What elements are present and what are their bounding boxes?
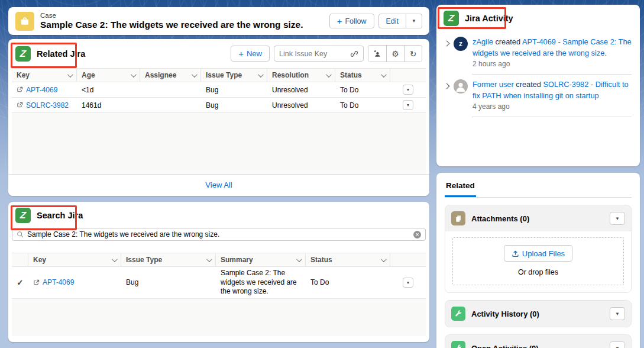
link-issue-key-input[interactable] xyxy=(279,50,350,58)
jira-activity-title: Jira Activity xyxy=(465,14,513,23)
attachments-title: Attachments (0) xyxy=(471,214,529,223)
drop-files-text: Or drop files xyxy=(453,268,623,276)
selected-check-icon[interactable]: ✓ xyxy=(17,278,24,287)
related-panel: Related Attachments (0) ▼ Upload Files O… xyxy=(436,173,640,348)
table-row[interactable]: ✓ APT-4069 Bug Sample Case 2: The widget… xyxy=(12,267,426,299)
chevron-down-icon: ▼ xyxy=(615,346,620,348)
gear-button[interactable]: ⚙ xyxy=(386,46,404,62)
chevron-down-icon xyxy=(67,72,73,78)
tab-bar: Related xyxy=(445,180,632,198)
activity-history-title: Activity History (0) xyxy=(471,310,539,318)
search-jira-title: Search Jira xyxy=(37,211,83,220)
chevron-down-icon: ▼ xyxy=(406,103,410,107)
chevron-down-icon: ▼ xyxy=(412,18,416,24)
cell-issue-type: Bug xyxy=(121,267,216,298)
upload-files-button[interactable]: Upload Files xyxy=(504,245,572,262)
search-input[interactable] xyxy=(27,230,413,239)
column-header-summary[interactable]: Summary xyxy=(216,253,306,266)
row-actions-button[interactable]: ▼ xyxy=(403,278,413,288)
column-header-key[interactable]: Key xyxy=(28,253,121,266)
related-jira-panel: Z Related Jira + New ⚙ ↻ Key Age As xyxy=(8,39,429,196)
column-header-age[interactable]: Age xyxy=(77,69,140,82)
open-activities-icon xyxy=(451,341,465,348)
chevron-down-icon xyxy=(131,72,137,78)
row-actions-button[interactable]: ▼ xyxy=(403,100,413,110)
column-header-key[interactable]: Key xyxy=(12,69,77,82)
link-issue-key-field xyxy=(274,46,364,62)
divider xyxy=(472,74,632,75)
card-menu-button[interactable]: ▼ xyxy=(610,341,625,348)
edit-button[interactable]: Edit xyxy=(378,14,407,28)
person-icon xyxy=(454,79,468,94)
external-link-icon xyxy=(33,279,40,286)
file-dropzone[interactable]: Upload Files Or drop files xyxy=(452,237,624,285)
search-field: ✕ xyxy=(12,228,426,241)
column-header-status[interactable]: Status xyxy=(306,253,390,266)
search-results-table: Key Issue Type Summary Status ✓ APT-4069… xyxy=(12,253,426,299)
open-activities-title: Open Activities (0) xyxy=(471,344,539,348)
external-link-icon xyxy=(17,102,23,108)
row-actions-button[interactable]: ▼ xyxy=(403,85,413,95)
issue-key-link[interactable]: APT-4069 xyxy=(43,278,74,286)
chevron-down-icon xyxy=(296,256,302,262)
chevron-down-icon: ▼ xyxy=(615,311,620,317)
edit-dropdown-button[interactable]: ▼ xyxy=(406,14,422,28)
attachments-icon xyxy=(451,211,465,225)
gear-icon: ⚙ xyxy=(391,49,399,59)
activity-action: created xyxy=(516,80,541,89)
close-icon: ✕ xyxy=(415,232,419,237)
clear-search-button[interactable]: ✕ xyxy=(413,231,421,239)
related-jira-title: Related Jira xyxy=(37,49,85,59)
cell-summary: Sample Case 2: The widgets we received a… xyxy=(216,267,306,298)
chevron-down-icon xyxy=(112,256,118,262)
related-jira-table: Key Age Assignee Issue Type Resolution S… xyxy=(12,68,426,113)
issue-key-link[interactable]: APT-4069 xyxy=(26,86,57,94)
plus-icon: + xyxy=(337,17,342,25)
actor-link[interactable]: zAgile xyxy=(473,37,493,46)
cell-assignee xyxy=(140,98,201,112)
card-footer: View All xyxy=(8,174,429,196)
column-header-issue-type[interactable]: Issue Type xyxy=(121,253,216,266)
new-issue-button[interactable]: + New xyxy=(231,46,270,62)
activity-timestamp: 2 hours ago xyxy=(473,60,632,68)
external-link-icon xyxy=(17,86,23,93)
chevron-right-icon[interactable] xyxy=(444,83,450,89)
cell-resolution: Unresolved xyxy=(267,98,335,112)
table-row[interactable]: SOLRC-3982 1461d Bug Unresolved To Do ▼ xyxy=(12,98,426,113)
card-menu-button[interactable]: ▼ xyxy=(610,307,625,320)
tab-related[interactable]: Related xyxy=(445,180,476,197)
actor-link[interactable]: Former user xyxy=(473,80,514,89)
chevron-down-icon xyxy=(192,72,198,78)
activity-item: Former user created SOLRC-3982 - Difficu… xyxy=(445,76,632,111)
column-header-actions xyxy=(390,69,418,82)
table-empty-area xyxy=(12,113,426,174)
new-button-label: New xyxy=(247,49,262,58)
activity-history-card: Activity History (0) ▼ xyxy=(445,300,632,327)
column-header-assignee[interactable]: Assignee xyxy=(140,69,201,82)
cell-issue-type: Bug xyxy=(201,82,267,97)
chevron-down-icon xyxy=(206,256,212,262)
divider xyxy=(472,117,632,117)
cell-resolution: Unresolved xyxy=(267,82,335,97)
link-to-user-button[interactable] xyxy=(368,46,386,62)
plus-icon: + xyxy=(238,49,244,58)
issue-key-link[interactable]: SOLRC-3982 xyxy=(26,101,69,109)
column-header-status[interactable]: Status xyxy=(335,69,390,82)
zagile-jira-icon: Z xyxy=(15,208,31,223)
refresh-icon: ↻ xyxy=(410,49,417,59)
card-menu-button[interactable]: ▼ xyxy=(610,212,625,225)
chevron-down-icon xyxy=(258,72,264,78)
chevron-right-icon[interactable] xyxy=(444,41,450,47)
chevron-down-icon xyxy=(381,256,387,262)
cell-assignee xyxy=(140,82,201,97)
refresh-button[interactable]: ↻ xyxy=(404,46,422,62)
chevron-down-icon xyxy=(326,72,332,78)
cell-status: To Do xyxy=(335,82,390,97)
column-header-resolution[interactable]: Resolution xyxy=(267,69,335,82)
table-row[interactable]: APT-4069 <1d Bug Unresolved To Do ▼ xyxy=(12,82,426,98)
cell-issue-type: Bug xyxy=(201,98,267,112)
column-header-issue-type[interactable]: Issue Type xyxy=(201,69,267,82)
follow-button[interactable]: + Follow xyxy=(329,14,374,28)
search-icon xyxy=(17,231,24,238)
view-all-link[interactable]: View All xyxy=(205,181,232,189)
